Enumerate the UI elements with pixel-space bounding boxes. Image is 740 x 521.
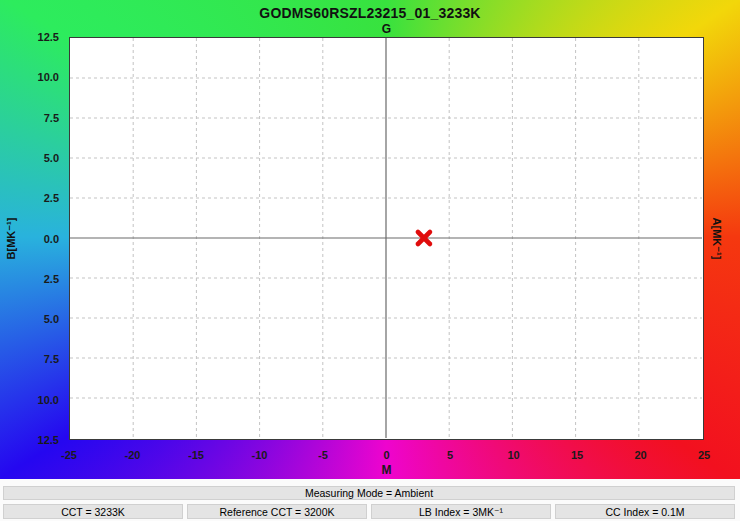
x-tick-label: 15: [571, 449, 583, 461]
x-tick-label: 10: [507, 449, 519, 461]
x-tick-label: -20: [125, 449, 141, 461]
x-axis-ticks: -25-20-15-10-50510152025: [69, 449, 704, 463]
x-tick-label: -25: [61, 449, 77, 461]
status-cell: LB Index = 3MK⁻¹: [371, 504, 551, 519]
axis-label-green: G: [69, 22, 704, 36]
x-tick-label: 25: [698, 449, 710, 461]
y-tick-label: 0.0: [44, 232, 59, 244]
y-tick-label: 12.5: [38, 434, 59, 446]
x-tick-label: 20: [634, 449, 646, 461]
x-tick-label: -5: [318, 449, 328, 461]
x-tick-label: -15: [188, 449, 204, 461]
y-tick-label: 2.5: [44, 273, 59, 285]
status-cell: CC Index = 0.1M: [555, 504, 735, 519]
y-tick-label: 5.0: [44, 313, 59, 325]
y-tick-label: 10.0: [38, 393, 59, 405]
axis-label-magenta: M: [69, 463, 704, 477]
y-tick-label: 12.5: [38, 31, 59, 43]
y-tick-label: 2.5: [44, 192, 59, 204]
status-cell: Reference CCT = 3200K: [187, 504, 367, 519]
x-tick-label: 0: [383, 449, 389, 461]
page-title: GODMS60RSZL23215_01_3233K: [0, 5, 740, 21]
y-tick-label: 7.5: [44, 111, 59, 123]
x-tick-label: -10: [252, 449, 268, 461]
y-tick-label: 7.5: [44, 353, 59, 365]
x-tick-label: 5: [447, 449, 453, 461]
status-row: CCT = 3233KReference CCT = 3200KLB Index…: [3, 504, 735, 519]
measurement-screen: GODMS60RSZL23215_01_3233K G -25-20-15-10…: [0, 0, 740, 521]
axis-label-blue: B[MK⁻¹]: [5, 194, 18, 284]
axis-label-amber: A[MK⁻¹]: [710, 194, 723, 284]
plot-grid: [70, 38, 702, 438]
y-tick-label: 5.0: [44, 152, 59, 164]
status-cell: CCT = 3233K: [3, 504, 183, 519]
y-tick-label: 10.0: [38, 71, 59, 83]
tint-plot-area: [69, 37, 704, 440]
measuring-mode-bar: Measuring Mode = Ambient: [3, 486, 735, 500]
status-area: Measuring Mode = Ambient CCT = 3233KRefe…: [0, 479, 740, 521]
